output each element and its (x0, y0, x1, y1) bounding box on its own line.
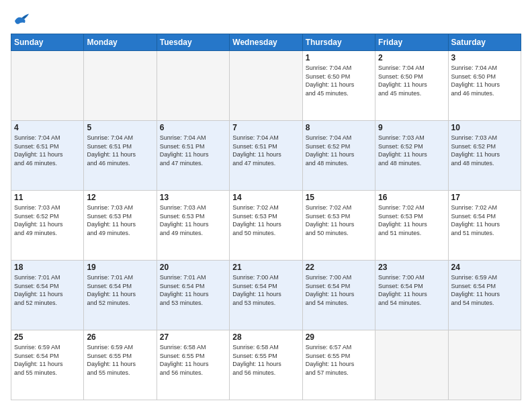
logo (11, 11, 34, 27)
day-number: 19 (87, 263, 153, 272)
day-info: Sunrise: 7:02 AM Sunset: 6:53 PM Dayligh… (378, 203, 445, 237)
calendar-day-cell: 15Sunrise: 7:02 AM Sunset: 6:53 PM Dayli… (302, 191, 375, 261)
calendar-day-cell: 2Sunrise: 7:04 AM Sunset: 6:50 PM Daylig… (375, 51, 448, 121)
day-number: 24 (451, 263, 518, 272)
calendar-day-cell: 8Sunrise: 7:04 AM Sunset: 6:52 PM Daylig… (302, 121, 375, 191)
day-number: 18 (14, 263, 81, 272)
day-info: Sunrise: 6:58 AM Sunset: 6:55 PM Dayligh… (232, 343, 299, 377)
day-info: Sunrise: 7:03 AM Sunset: 6:52 PM Dayligh… (378, 134, 445, 167)
calendar-day-cell (84, 51, 157, 121)
day-number: 23 (378, 263, 445, 272)
calendar-table: SundayMondayTuesdayWednesdayThursdayFrid… (11, 34, 521, 400)
day-number: 14 (232, 193, 299, 202)
calendar-day-cell: 19Sunrise: 7:01 AM Sunset: 6:54 PM Dayli… (84, 261, 157, 330)
calendar-day-cell: 28Sunrise: 6:58 AM Sunset: 6:55 PM Dayli… (230, 330, 302, 400)
weekday-header-cell: Tuesday (157, 34, 229, 51)
day-info: Sunrise: 7:03 AM Sunset: 6:53 PM Dayligh… (160, 203, 226, 237)
day-info: Sunrise: 7:04 AM Sunset: 6:50 PM Dayligh… (378, 64, 445, 97)
day-number: 13 (160, 193, 226, 202)
calendar-day-cell: 1Sunrise: 7:04 AM Sunset: 6:50 PM Daylig… (302, 51, 375, 121)
day-number: 27 (160, 332, 226, 342)
calendar-week-row: 11Sunrise: 7:03 AM Sunset: 6:52 PM Dayli… (11, 191, 521, 261)
calendar-day-cell: 17Sunrise: 7:02 AM Sunset: 6:54 PM Dayli… (448, 191, 521, 261)
day-number: 2 (378, 53, 445, 62)
calendar-day-cell: 26Sunrise: 6:59 AM Sunset: 6:55 PM Dayli… (84, 330, 157, 400)
day-info: Sunrise: 7:00 AM Sunset: 6:54 PM Dayligh… (378, 273, 445, 307)
day-number: 26 (87, 332, 153, 342)
calendar-week-row: 1Sunrise: 7:04 AM Sunset: 6:50 PM Daylig… (11, 51, 521, 121)
calendar-day-cell: 22Sunrise: 7:00 AM Sunset: 6:54 PM Dayli… (302, 261, 375, 330)
day-info: Sunrise: 7:01 AM Sunset: 6:54 PM Dayligh… (87, 273, 153, 307)
day-info: Sunrise: 7:00 AM Sunset: 6:54 PM Dayligh… (232, 273, 299, 307)
calendar-day-cell: 12Sunrise: 7:03 AM Sunset: 6:53 PM Dayli… (84, 191, 157, 261)
day-number: 7 (232, 123, 299, 132)
calendar-day-cell: 3Sunrise: 7:04 AM Sunset: 6:50 PM Daylig… (448, 51, 521, 121)
calendar-day-cell (448, 330, 521, 400)
day-number: 21 (232, 263, 299, 272)
weekday-header-cell: Monday (84, 34, 157, 51)
calendar-day-cell: 25Sunrise: 6:59 AM Sunset: 6:54 PM Dayli… (11, 330, 84, 400)
weekday-header-row: SundayMondayTuesdayWednesdayThursdayFrid… (11, 34, 521, 51)
day-number: 4 (14, 123, 81, 132)
day-info: Sunrise: 7:02 AM Sunset: 6:53 PM Dayligh… (232, 203, 299, 237)
calendar-week-row: 4Sunrise: 7:04 AM Sunset: 6:51 PM Daylig… (11, 121, 521, 191)
day-info: Sunrise: 7:03 AM Sunset: 6:52 PM Dayligh… (451, 134, 518, 167)
day-number: 9 (378, 123, 445, 132)
day-info: Sunrise: 7:04 AM Sunset: 6:51 PM Dayligh… (14, 134, 81, 167)
calendar-day-cell: 5Sunrise: 7:04 AM Sunset: 6:51 PM Daylig… (84, 121, 157, 191)
calendar-body: 1Sunrise: 7:04 AM Sunset: 6:50 PM Daylig… (11, 51, 521, 400)
calendar-day-cell: 13Sunrise: 7:03 AM Sunset: 6:53 PM Dayli… (157, 191, 229, 261)
weekday-header-cell: Friday (375, 34, 448, 51)
weekday-header-cell: Saturday (448, 34, 521, 51)
calendar-week-row: 18Sunrise: 7:01 AM Sunset: 6:54 PM Dayli… (11, 261, 521, 330)
day-info: Sunrise: 6:58 AM Sunset: 6:55 PM Dayligh… (160, 343, 226, 377)
calendar-day-cell: 4Sunrise: 7:04 AM Sunset: 6:51 PM Daylig… (11, 121, 84, 191)
calendar-day-cell: 6Sunrise: 7:04 AM Sunset: 6:51 PM Daylig… (157, 121, 229, 191)
page-header (11, 11, 521, 27)
day-info: Sunrise: 7:00 AM Sunset: 6:54 PM Dayligh… (306, 273, 372, 307)
weekday-header-cell: Sunday (11, 34, 84, 51)
calendar-day-cell: 11Sunrise: 7:03 AM Sunset: 6:52 PM Dayli… (11, 191, 84, 261)
day-number: 10 (451, 123, 518, 132)
day-number: 29 (306, 332, 372, 342)
calendar-day-cell: 10Sunrise: 7:03 AM Sunset: 6:52 PM Dayli… (448, 121, 521, 191)
day-info: Sunrise: 6:59 AM Sunset: 6:55 PM Dayligh… (87, 343, 153, 377)
calendar-day-cell (157, 51, 229, 121)
day-number: 1 (306, 53, 372, 62)
day-number: 8 (306, 123, 372, 132)
day-info: Sunrise: 7:04 AM Sunset: 6:50 PM Dayligh… (451, 64, 518, 97)
calendar-day-cell: 20Sunrise: 7:01 AM Sunset: 6:54 PM Dayli… (157, 261, 229, 330)
day-number: 3 (451, 53, 518, 62)
day-info: Sunrise: 6:59 AM Sunset: 6:54 PM Dayligh… (14, 343, 81, 377)
day-info: Sunrise: 7:04 AM Sunset: 6:52 PM Dayligh… (306, 134, 372, 167)
day-info: Sunrise: 7:04 AM Sunset: 6:50 PM Dayligh… (306, 64, 372, 97)
day-info: Sunrise: 7:02 AM Sunset: 6:53 PM Dayligh… (306, 203, 372, 237)
day-info: Sunrise: 7:04 AM Sunset: 6:51 PM Dayligh… (160, 134, 226, 167)
calendar-day-cell: 9Sunrise: 7:03 AM Sunset: 6:52 PM Daylig… (375, 121, 448, 191)
day-info: Sunrise: 7:02 AM Sunset: 6:54 PM Dayligh… (451, 203, 518, 237)
calendar-day-cell: 29Sunrise: 6:57 AM Sunset: 6:55 PM Dayli… (302, 330, 375, 400)
day-number: 11 (14, 193, 81, 202)
day-info: Sunrise: 7:01 AM Sunset: 6:54 PM Dayligh… (14, 273, 81, 307)
day-info: Sunrise: 7:01 AM Sunset: 6:54 PM Dayligh… (160, 273, 226, 307)
day-number: 15 (306, 193, 372, 202)
day-number: 17 (451, 193, 518, 202)
day-number: 5 (87, 123, 153, 132)
calendar-day-cell: 7Sunrise: 7:04 AM Sunset: 6:51 PM Daylig… (230, 121, 302, 191)
calendar-day-cell (11, 51, 84, 121)
calendar-week-row: 25Sunrise: 6:59 AM Sunset: 6:54 PM Dayli… (11, 330, 521, 400)
weekday-header-cell: Wednesday (230, 34, 302, 51)
calendar-day-cell: 21Sunrise: 7:00 AM Sunset: 6:54 PM Dayli… (230, 261, 302, 330)
calendar-day-cell: 18Sunrise: 7:01 AM Sunset: 6:54 PM Dayli… (11, 261, 84, 330)
day-number: 25 (14, 332, 81, 342)
calendar-day-cell (375, 330, 448, 400)
day-info: Sunrise: 7:04 AM Sunset: 6:51 PM Dayligh… (232, 134, 299, 167)
day-info: Sunrise: 7:04 AM Sunset: 6:51 PM Dayligh… (87, 134, 153, 167)
calendar-day-cell: 27Sunrise: 6:58 AM Sunset: 6:55 PM Dayli… (157, 330, 229, 400)
day-number: 6 (160, 123, 226, 132)
day-info: Sunrise: 6:59 AM Sunset: 6:54 PM Dayligh… (451, 273, 518, 307)
calendar-day-cell: 14Sunrise: 7:02 AM Sunset: 6:53 PM Dayli… (230, 191, 302, 261)
day-info: Sunrise: 7:03 AM Sunset: 6:53 PM Dayligh… (87, 203, 153, 237)
calendar-day-cell (230, 51, 302, 121)
calendar-day-cell: 23Sunrise: 7:00 AM Sunset: 6:54 PM Dayli… (375, 261, 448, 330)
